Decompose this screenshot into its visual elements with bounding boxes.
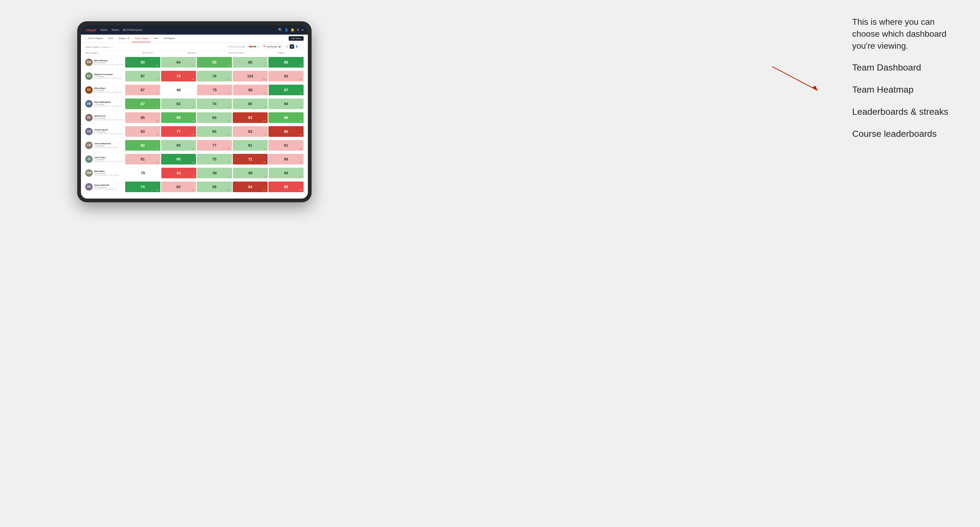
- table-row[interactable]: ECEdward Crossman1-5 HandicapSunningdale…: [81, 69, 308, 83]
- metric-change: 4▲: [228, 175, 231, 177]
- player-cell-4: DFDavid FordPlus HandicapRoyal North Dev…: [85, 114, 125, 121]
- tab-pgat-players[interactable]: PGAT Players: [85, 35, 105, 42]
- avatar: MM: [85, 169, 93, 177]
- metric-cell: 881▼: [233, 57, 268, 68]
- person-view-icon[interactable]: 👤: [294, 44, 299, 49]
- col-metrics-headers: Off the Tee ▾ Approach ▾ Around the Gree…: [125, 52, 304, 54]
- metric-change: 1▼: [192, 189, 194, 191]
- tab-hcaps[interactable]: Hcaps 1-5: [116, 35, 132, 42]
- metric-change: 2▲: [228, 162, 231, 163]
- avatar: JC: [85, 156, 93, 163]
- tab-team-clippd[interactable]: Team Clippd: [132, 35, 151, 42]
- table-row[interactable]: MMMatt Miller6-10 HandicapWoburn Golf Cl…: [81, 166, 308, 180]
- metric-change: 5▲: [300, 92, 302, 94]
- player-info-8: Matt Miller6-10 HandicapWoburn Golf Club…: [94, 170, 125, 176]
- table-row[interactable]: JCJosh Coles1-5 HandicapRoyal North Devo…: [81, 152, 308, 166]
- table-row[interactable]: CRChris Robertson1-5 HandicapCraigmillar…: [81, 138, 308, 152]
- bell-icon[interactable]: 🔔: [291, 28, 294, 32]
- tab-pga[interactable]: PGA: [105, 35, 116, 42]
- player-handicap: 1-5 Handicap: [94, 103, 125, 105]
- metric-cell: 913▼: [269, 140, 304, 151]
- player-name: Blair McHarg: [94, 59, 125, 62]
- nav-teams[interactable]: Teams: [111, 29, 119, 32]
- metric-cell: 868▼: [269, 126, 304, 137]
- metric-change: 3▲: [300, 175, 302, 177]
- nav-home[interactable]: Home: [100, 29, 108, 32]
- metric-cell: 748▲: [125, 181, 160, 192]
- metric-cell: 836▼: [233, 126, 268, 137]
- tab-all-players[interactable]: All Players: [161, 35, 178, 42]
- metric-change: 6▲: [192, 65, 194, 66]
- search-icon[interactable]: 🔍: [278, 28, 282, 32]
- last-rounds-value: 20: [278, 46, 281, 48]
- metric-value: 96: [284, 116, 288, 120]
- metric-value: 89: [284, 157, 288, 161]
- metric-value: 83: [141, 129, 145, 133]
- download-icon[interactable]: ↓: [299, 44, 304, 49]
- grid-view-icon[interactable]: ⊞: [285, 44, 289, 49]
- metric-value: 85: [248, 102, 253, 106]
- table-body: BMBlair McHargPlus HandicapRoyal North D…: [81, 56, 308, 198]
- player-handicap: Plus Handicap: [94, 117, 125, 119]
- settings-icon[interactable]: ⚙: [297, 28, 300, 32]
- metric-value: 81: [248, 143, 253, 148]
- metric-change: 3▲: [228, 120, 231, 122]
- metric-change: 9▲: [300, 65, 302, 66]
- metrics-cells-5: 833▼7714▼801▲836▼868▼: [125, 126, 304, 137]
- player-info-3: Dave Billingham1-5 HandicapGog Magog Gol…: [94, 101, 125, 107]
- player-handicap: 1-5 Handicap: [94, 145, 125, 147]
- metric-value: 79: [212, 74, 216, 78]
- player-info-2: Elliot Ebert1-5 HandicapSunningdale Golf…: [94, 87, 125, 93]
- player-cell-5: CQCharlie Quick6-10 HandicapSt. George's…: [85, 128, 125, 135]
- player-cell-2: EEElliot Ebert1-5 HandicapSunningdale Go…: [85, 86, 125, 94]
- last-rounds-button[interactable]: 📅 Last Rounds: 20: [261, 44, 283, 49]
- metric-cell: 10315▲: [233, 71, 268, 81]
- table-row[interactable]: DFDavid FordPlus HandicapRoyal North Dev…: [81, 111, 308, 125]
- metric-cell: 5810▲: [197, 181, 232, 192]
- metric-value: 74: [141, 185, 145, 189]
- user-avatar-icon[interactable]: ●: [302, 28, 304, 32]
- player-cell-7: JCJosh Coles1-5 HandicapRoyal North Devo…: [85, 156, 125, 163]
- col-header-approach[interactable]: Approach ▾: [170, 52, 215, 54]
- metric-cell: 939▲: [125, 57, 160, 68]
- tablet-screen: clippd Home Teams My Performance 🔍 👤 🔔 ⚙…: [81, 25, 308, 198]
- dashboard-options: Team DashboardTeam HeatmapLeaderboards &…: [852, 62, 964, 139]
- col-header-putting[interactable]: Putting ▾: [259, 52, 304, 54]
- metric-value: 89: [177, 116, 181, 120]
- metric-value: 85: [141, 116, 145, 120]
- table-row[interactable]: EEElliot Ebert1-5 HandicapSunningdale Go…: [81, 83, 308, 97]
- table-row[interactable]: ANAaron Nicholls11-15 HandicapDrift Golf…: [81, 180, 308, 194]
- round-bar: -5 +5: [247, 46, 259, 48]
- metric-value: 88: [248, 171, 253, 175]
- metric-cell: 602▲: [161, 140, 196, 151]
- metric-value: 85: [284, 185, 288, 189]
- metric-cell: 846▲: [161, 57, 196, 68]
- metric-change: 4▲: [156, 106, 158, 108]
- metric-value: 75: [212, 157, 216, 161]
- metric-value: 77: [212, 143, 216, 148]
- metric-cell: 613▼: [161, 168, 196, 178]
- metrics-cells-7: 813▼958▲752▲7111▼892▼: [125, 154, 304, 165]
- metric-cell: 854▼: [269, 181, 304, 192]
- metric-cell: 874▲: [125, 98, 160, 109]
- table-row[interactable]: CQCharlie Quick6-10 HandicapSt. George's…: [81, 125, 308, 138]
- metric-value: 103: [247, 74, 253, 78]
- col-header-off-tee[interactable]: Off the Tee ▾: [125, 52, 170, 54]
- tab-tour[interactable]: Tour: [151, 35, 161, 42]
- metric-change: 3▲: [156, 148, 158, 149]
- app-logo[interactable]: clippd: [85, 28, 96, 32]
- nav-my-performance[interactable]: My Performance: [123, 29, 142, 32]
- table-row[interactable]: BMBlair McHargPlus HandicapRoyal North D…: [81, 56, 308, 69]
- metric-change: 3▲: [300, 120, 302, 122]
- metric-cell: 8310▼: [233, 112, 268, 123]
- metric-change: 8▲: [228, 65, 231, 66]
- col-header-around-green[interactable]: Around the Green ▾: [215, 52, 259, 54]
- metrics-cells-2: 873▼88753▼866▼975▲: [125, 85, 304, 95]
- col-header-player[interactable]: Player Quality ▾: [85, 52, 125, 54]
- add-team-button[interactable]: Add Team: [289, 36, 304, 41]
- annotation-arrow: [770, 64, 828, 96]
- metrics-cells-9: 748▲601▼5810▲8421▲854▼: [125, 181, 304, 192]
- table-row[interactable]: DBDave Billingham1-5 HandicapGog Magog G…: [81, 97, 308, 111]
- person-icon[interactable]: 👤: [285, 28, 288, 32]
- table-view-icon[interactable]: ▦: [290, 44, 294, 49]
